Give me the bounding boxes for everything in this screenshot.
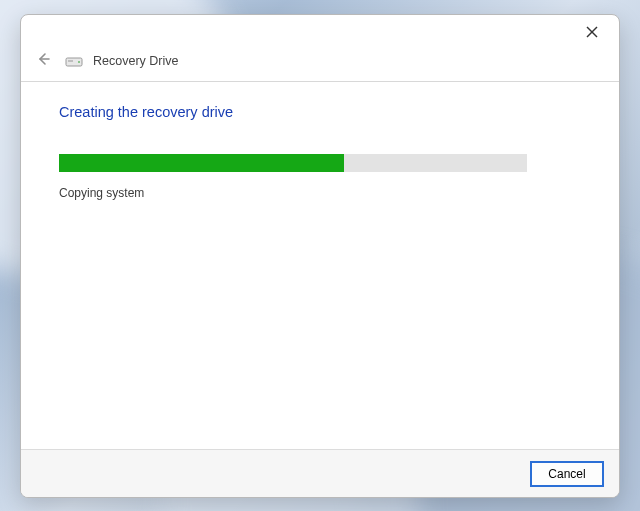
drive-icon: [65, 54, 83, 68]
back-button[interactable]: [33, 50, 55, 72]
wizard-footer: Cancel: [21, 449, 619, 497]
app-title: Recovery Drive: [93, 54, 178, 68]
window-titlebar: [21, 15, 619, 51]
close-button[interactable]: [573, 19, 611, 47]
svg-point-5: [78, 61, 80, 63]
progress-fill: [59, 154, 344, 172]
status-text: Copying system: [59, 186, 581, 200]
instruction-text: Creating the recovery drive: [59, 104, 581, 120]
svg-rect-4: [68, 60, 73, 62]
back-arrow-icon: [36, 51, 52, 71]
progress-bar: [59, 154, 527, 172]
wizard-content: Creating the recovery drive Copying syst…: [21, 82, 619, 449]
wizard-header: Recovery Drive: [21, 51, 619, 81]
close-icon: [586, 24, 598, 42]
recovery-drive-dialog: Recovery Drive Creating the recovery dri…: [20, 14, 620, 498]
cancel-button[interactable]: Cancel: [531, 462, 603, 486]
